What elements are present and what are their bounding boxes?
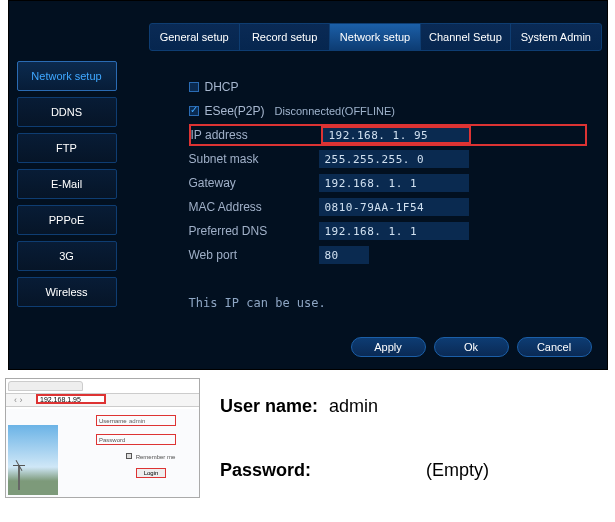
login-page-art [8, 425, 58, 495]
sidebar-item-pppoe[interactable]: PPPoE [17, 205, 117, 235]
gw-value[interactable]: 192.168. 1. 1 [319, 174, 469, 192]
sidebar-item-ddns[interactable]: DDNS [17, 97, 117, 127]
network-form: DHCP ESee(P2P) Disconnected(OFFLINE) IP … [189, 76, 587, 310]
port-value[interactable]: 80 [319, 246, 369, 264]
sidebar-item-network-setup[interactable]: Network setup [17, 61, 117, 91]
mask-label: Subnet mask [189, 152, 319, 166]
bottom-buttons: Apply Ok Cancel [351, 337, 592, 357]
ok-button[interactable]: Ok [434, 337, 509, 357]
login-button[interactable]: Login [136, 468, 166, 478]
lower-panel: ‹ › 192.168.1.95 Username admin Password… [0, 378, 615, 498]
browser-thumbnail: ‹ › 192.168.1.95 Username admin Password… [5, 378, 200, 498]
tab-network-setup[interactable]: Network setup [330, 24, 420, 50]
remember-label: Remember me [136, 454, 176, 460]
ip-label: IP address [191, 128, 321, 142]
mask-value[interactable]: 255.255.255. 0 [319, 150, 469, 168]
gw-label: Gateway [189, 176, 319, 190]
remember-me[interactable]: Remember me [126, 453, 176, 460]
thumb-username-field[interactable]: Username admin [96, 415, 176, 426]
sidebar-item-wireless[interactable]: Wireless [17, 277, 117, 307]
mac-label: MAC Address [189, 200, 319, 214]
browser-body: Username admin Password Remember me Logi… [6, 409, 199, 497]
sidebar-item-email[interactable]: E-Mail [17, 169, 117, 199]
login-form: Username admin Password Remember me Logi… [96, 415, 176, 478]
esee-label: ESee(P2P) [205, 104, 265, 118]
credentials-text: User name: admin Password: (Empty) [220, 390, 489, 486]
dns-label: Preferred DNS [189, 224, 319, 238]
thumb-password-field[interactable]: Password [96, 434, 176, 445]
windmill-icon [18, 465, 20, 490]
thumb-username-value: admin [129, 418, 145, 424]
cred-user-label: User name: [220, 396, 318, 416]
remember-checkbox[interactable] [126, 453, 132, 459]
browser-tab [8, 381, 83, 391]
cred-pass-label: Password: [220, 460, 311, 480]
network-setup-window: General setup Record setup Network setup… [8, 0, 608, 370]
cred-pass-value: (Empty) [426, 460, 489, 480]
thumb-password-label: Password [99, 437, 129, 443]
cred-user-value: admin [329, 396, 378, 416]
apply-button[interactable]: Apply [351, 337, 426, 357]
thumb-username-label: Username [99, 418, 129, 424]
esee-checkbox[interactable] [189, 106, 199, 116]
dhcp-checkbox[interactable] [189, 82, 199, 92]
back-forward-icon: ‹ › [14, 395, 23, 405]
mac-value: 0810-79AA-1F54 [319, 198, 469, 216]
ip-status-note: This IP can be use. [189, 296, 587, 310]
sidebar-item-ftp[interactable]: FTP [17, 133, 117, 163]
tab-record-setup[interactable]: Record setup [240, 24, 330, 50]
tab-channel-setup[interactable]: Channel Setup [421, 24, 511, 50]
top-tab-bar: General setup Record setup Network setup… [149, 23, 602, 51]
esee-status: Disconnected(OFFLINE) [275, 105, 395, 117]
sidebar: Network setup DDNS FTP E-Mail PPPoE 3G W… [17, 61, 117, 313]
tab-general-setup[interactable]: General setup [150, 24, 240, 50]
tab-system-admin[interactable]: System Admin [511, 24, 600, 50]
browser-url-field[interactable]: 192.168.1.95 [36, 394, 106, 404]
cancel-button[interactable]: Cancel [517, 337, 592, 357]
port-label: Web port [189, 248, 319, 262]
dhcp-label: DHCP [205, 80, 239, 94]
sidebar-item-3g[interactable]: 3G [17, 241, 117, 271]
ip-value[interactable]: 192.168. 1. 95 [321, 126, 471, 144]
dns-value[interactable]: 192.168. 1. 1 [319, 222, 469, 240]
